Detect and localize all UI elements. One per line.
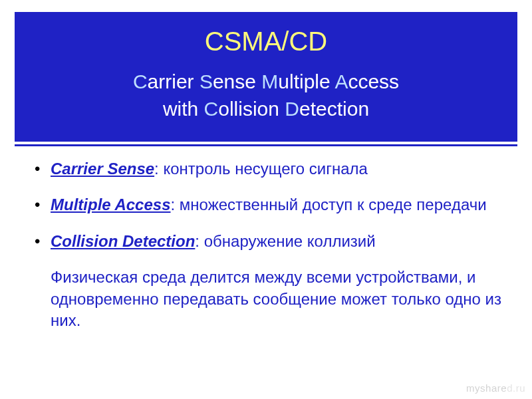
list-item: Collision Detection: обнаружение коллизи…	[35, 231, 517, 252]
body-paragraph: Физическая среда делится между всеми уст…	[51, 267, 517, 331]
subtitle-text: ccess	[348, 70, 399, 92]
subtitle-text: ultiple	[278, 70, 334, 92]
slide-subtitle: Carrier Sense Multiple Accesswith Collis…	[27, 68, 505, 122]
highlighted-letter: S	[200, 70, 213, 92]
content-area: Carrier Sense: контроль несущего сигнала…	[35, 158, 517, 331]
subtitle-text: ollision	[218, 98, 285, 120]
term-description: : контроль несущего сигнала	[154, 160, 368, 178]
term-label: Carrier Sense	[51, 160, 154, 178]
highlighted-letter: D	[285, 98, 299, 120]
watermark: myshared.ru	[466, 382, 525, 394]
watermark-right: d.ru	[507, 382, 525, 394]
list-item: Carrier Sense: контроль несущего сигнала	[35, 158, 517, 180]
term-description: : обнаружение коллизий	[195, 232, 375, 250]
term-description: : множественный доступ к среде передачи	[171, 196, 487, 213]
term-label: Collision Detection	[51, 232, 195, 250]
subtitle-text: ense	[213, 70, 261, 92]
highlighted-letter: A	[334, 70, 348, 92]
highlighted-letter: C	[133, 70, 148, 92]
title-header: CSMA/CD Carrier Sense Multiple Accesswit…	[15, 12, 517, 142]
watermark-left: myshare	[466, 382, 507, 394]
highlighted-letter: C	[204, 98, 219, 120]
subtitle-text: with	[163, 98, 204, 120]
header-underline	[15, 144, 517, 146]
list-item: Multiple Access: множественный доступ к …	[35, 194, 517, 215]
highlighted-letter: M	[261, 70, 278, 92]
subtitle-text: arrier	[148, 70, 200, 92]
slide-title: CSMA/CD	[27, 27, 505, 57]
subtitle-text: etection	[299, 98, 369, 120]
term-label: Multiple Access	[51, 196, 171, 213]
